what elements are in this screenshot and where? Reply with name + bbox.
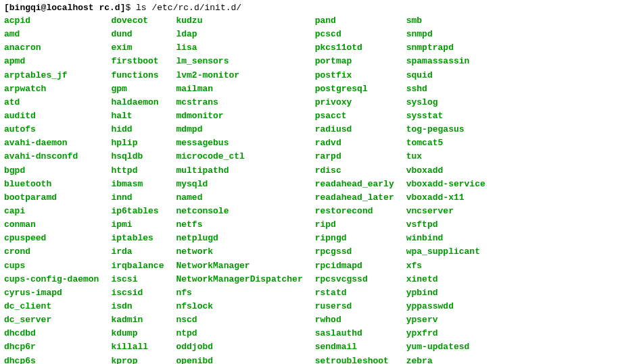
ls-entry: mdmpd	[176, 123, 302, 136]
ls-entry: iptables	[111, 232, 164, 245]
ls-entry: anacron	[4, 41, 99, 55]
ls-entry: squid	[406, 69, 485, 82]
ls-entry: hidd	[111, 123, 164, 136]
ls-entry: oddjobd	[176, 340, 302, 354]
ls-entry: haldaemon	[111, 96, 164, 109]
ls-entry: readahead_early	[315, 178, 394, 191]
ls-entry: portmap	[315, 55, 394, 68]
ls-entry: cyrus-imapd	[4, 286, 99, 300]
prompt-command: ls /etc/rc.d/init.d/	[136, 3, 241, 13]
ls-entry: cpuspeed	[4, 232, 99, 245]
ls-entry: pkcs11otd	[315, 41, 394, 55]
ls-entry: hsqldb	[111, 150, 164, 163]
ls-entry: iscsid	[111, 286, 164, 300]
ls-entry: kprop	[111, 355, 164, 364]
ls-entry: sysstat	[406, 109, 485, 123]
ls-entry: gpm	[111, 82, 164, 96]
ls-entry: multipathd	[176, 164, 302, 178]
ls-entry: tomcat5	[406, 136, 485, 150]
ls-entry: rdisc	[315, 164, 394, 178]
ls-entry: killall	[111, 340, 164, 354]
ls-entry: autofs	[4, 123, 99, 136]
ls-entry: capi	[4, 205, 99, 218]
ls-entry: openibd	[176, 355, 302, 364]
ls-entry: vsftpd	[406, 218, 485, 232]
ls-entry: privoxy	[315, 96, 394, 109]
ls-entry: ypxfrd	[406, 327, 485, 340]
ls-entry: cups	[4, 259, 99, 273]
ls-entry: lisa	[176, 41, 302, 55]
ls-entry: syslog	[406, 96, 485, 109]
ls-entry: amd	[4, 28, 99, 41]
ls-entry: irda	[111, 245, 164, 259]
ls-entry: auditd	[4, 109, 99, 123]
ls-entry: dhcdbd	[4, 327, 99, 340]
ls-entry: dhcp6s	[4, 355, 99, 364]
ls-column: dovecotdundeximfirstbootfunctionsgpmhald…	[111, 14, 164, 364]
ls-entry: ypbind	[406, 286, 485, 300]
ls-entry: netplugd	[176, 232, 302, 245]
ls-entry: mysqld	[176, 178, 302, 191]
ls-entry: mailman	[176, 82, 302, 96]
ls-entry: kadmin	[111, 313, 164, 327]
ls-entry: postgresql	[315, 82, 394, 96]
ls-entry: avahi-daemon	[4, 136, 99, 150]
ls-entry: acpid	[4, 14, 99, 28]
ls-output: acpidamdanacronapmdarptables_jfarpwatcha…	[4, 14, 614, 364]
ls-entry: snmpd	[406, 28, 485, 41]
ls-entry: NetworkManager	[176, 259, 302, 273]
shell-prompt-line: [bingqi@localhost rc.d]$ ls /etc/rc.d/in…	[4, 3, 614, 13]
ls-entry: tux	[406, 150, 485, 163]
ls-entry: dc_server	[4, 313, 99, 327]
ls-entry: vboxadd-service	[406, 178, 485, 191]
ls-entry: rwhod	[315, 313, 394, 327]
ls-entry: kudzu	[176, 14, 302, 28]
ls-entry: zebra	[406, 355, 485, 364]
ls-entry: httpd	[111, 164, 164, 178]
ls-entry: conman	[4, 218, 99, 232]
ls-entry: yum-updatesd	[406, 340, 485, 354]
ls-column: kudzuldaplisalm_sensorslvm2-monitormailm…	[176, 14, 302, 364]
ls-entry: xinetd	[406, 273, 485, 286]
ls-entry: atd	[4, 96, 99, 109]
ls-entry: mdmonitor	[176, 109, 302, 123]
ls-entry: ldap	[176, 28, 302, 41]
ls-entry: ntpd	[176, 327, 302, 340]
ls-entry: restorecond	[315, 205, 394, 218]
ls-entry: bootparamd	[4, 191, 99, 205]
ls-entry: ip6tables	[111, 205, 164, 218]
ls-entry: tog-pegasus	[406, 123, 485, 136]
ls-entry: rstatd	[315, 286, 394, 300]
ls-entry: xfs	[406, 259, 485, 273]
ls-entry: apmd	[4, 55, 99, 68]
ls-entry: iscsi	[111, 273, 164, 286]
ls-entry: vboxadd-x11	[406, 191, 485, 205]
ls-entry: NetworkManagerDispatcher	[176, 273, 302, 286]
ls-entry: vncserver	[406, 205, 485, 218]
ls-entry: nscd	[176, 313, 302, 327]
ls-entry: ypserv	[406, 313, 485, 327]
ls-entry: named	[176, 191, 302, 205]
ls-entry: rpcsvcgssd	[315, 273, 394, 286]
ls-entry: spamassassin	[406, 55, 485, 68]
ls-entry: sshd	[406, 82, 485, 96]
ls-entry: ripd	[315, 218, 394, 232]
ls-entry: bluetooth	[4, 178, 99, 191]
ls-entry: radvd	[315, 136, 394, 150]
ls-entry: wpa_supplicant	[406, 245, 485, 259]
ls-entry: pand	[315, 14, 394, 28]
ls-entry: readahead_later	[315, 191, 394, 205]
ls-entry: vboxadd	[406, 164, 485, 178]
ls-entry: dhcp6r	[4, 340, 99, 354]
ls-entry: rpcidmapd	[315, 259, 394, 273]
ls-column: smbsnmpdsnmptrapdspamassassinsquidsshdsy…	[406, 14, 485, 364]
ls-entry: dund	[111, 28, 164, 41]
prompt-symbol: $	[125, 3, 130, 13]
ls-entry: innd	[111, 191, 164, 205]
ls-entry: ripngd	[315, 232, 394, 245]
ls-entry: cups-config-daemon	[4, 273, 99, 286]
ls-entry: rusersd	[315, 300, 394, 313]
ls-entry: postfix	[315, 69, 394, 82]
ls-entry: irqbalance	[111, 259, 164, 273]
ls-entry: mcstrans	[176, 96, 302, 109]
